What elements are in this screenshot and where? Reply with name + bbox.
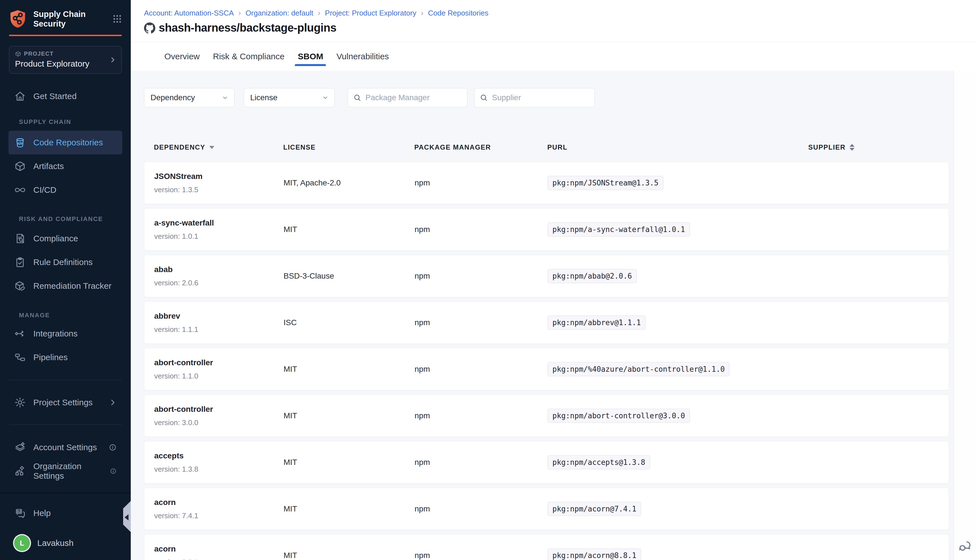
- avatar: L: [14, 535, 30, 551]
- cell-package-manager: npm: [415, 365, 547, 374]
- breadcrumb-account[interactable]: Account: Automation-SSCA: [144, 9, 234, 18]
- sidebar-item-label: Compliance: [33, 234, 78, 243]
- cell-purl: pkg:npm/acorn@8.8.1: [547, 548, 809, 560]
- sidebar-item-cicd[interactable]: CI/CD: [8, 178, 122, 202]
- sidebar-item-help[interactable]: ? Help: [8, 501, 122, 525]
- column-header-supplier[interactable]: SUPPLIER: [808, 143, 949, 151]
- license-filter-dropdown[interactable]: License: [244, 88, 335, 107]
- table-row[interactable]: accepts version: 1.3.8 MIT npm pkg:npm/a…: [144, 441, 949, 483]
- search-icon: [353, 93, 362, 102]
- table-row[interactable]: acorn version: 8.8.1 MIT npm pkg:npm/aco…: [144, 534, 949, 560]
- chat-bubbles-icon[interactable]: [958, 540, 971, 553]
- license-filter-label: License: [250, 93, 278, 102]
- sidebar-item-compliance[interactable]: Compliance: [8, 227, 122, 250]
- cell-license: BSD-3-Clause: [284, 272, 415, 280]
- purl-chip: pkg:npm/abbrev@1.1.1: [547, 315, 646, 330]
- tab-overview[interactable]: Overview: [164, 51, 200, 62]
- page-title: shash-harness/backstage-plugins: [159, 22, 336, 34]
- sidebar-item-label: Organization Settings: [33, 462, 102, 481]
- table-row[interactable]: a-sync-waterfall version: 1.0.1 MIT npm …: [144, 208, 949, 251]
- main-area: Account: Automation-SSCA › Organization:…: [131, 0, 976, 560]
- tab-risk-compliance[interactable]: Risk & Compliance: [213, 51, 284, 62]
- breadcrumb-project[interactable]: Project: Product Exploratory: [325, 9, 417, 18]
- cell-dependency: acorn version: 7.4.1: [154, 498, 284, 520]
- cell-license: MIT: [284, 411, 415, 420]
- cell-package-manager: npm: [415, 318, 547, 327]
- sidebar-item-remediation-tracker[interactable]: Remediation Tracker: [8, 274, 122, 298]
- cell-dependency: abab version: 2.0.6: [154, 265, 284, 287]
- table-row[interactable]: abort-controller version: 1.1.0 MIT npm …: [144, 348, 949, 390]
- cell-dependency: acorn version: 8.8.1: [154, 545, 284, 560]
- org-gear-icon: [14, 465, 26, 477]
- cell-purl: pkg:npm/abort-controller@3.0.0: [547, 409, 809, 423]
- tab-vulnerabilities[interactable]: Vulnerabilities: [336, 51, 389, 62]
- purl-chip: pkg:npm/abort-controller@3.0.0: [547, 409, 690, 423]
- breadcrumb-separator: ›: [239, 8, 241, 18]
- sidebar-item-project-settings[interactable]: Project Settings: [8, 391, 122, 414]
- cell-package-manager: npm: [415, 504, 547, 513]
- package-manager-input[interactable]: [365, 93, 462, 102]
- sidebar-item-label: Project Settings: [33, 398, 93, 407]
- sidebar-item-account-settings[interactable]: Account Settings: [8, 435, 122, 459]
- user-menu[interactable]: L Lavakush: [8, 531, 122, 555]
- purl-chip: pkg:npm/acorn@7.4.1: [547, 502, 641, 516]
- chevron-down-icon: [322, 94, 329, 101]
- table-row[interactable]: abort-controller version: 3.0.0 MIT npm …: [144, 395, 949, 437]
- project-selector[interactable]: PROJECT Product Exploratory: [9, 46, 122, 74]
- breadcrumb-code-repositories[interactable]: Code Repositories: [428, 9, 489, 18]
- breadcrumb-organization[interactable]: Organization: default: [245, 9, 313, 18]
- search-icon: [479, 93, 488, 102]
- code-repository-icon: [14, 137, 26, 148]
- project-label: PROJECT: [24, 50, 53, 57]
- cell-package-manager: npm: [415, 178, 547, 187]
- user-name: Lavakush: [37, 538, 73, 548]
- sidebar-item-integrations[interactable]: Integrations: [8, 322, 122, 345]
- cell-package-manager: npm: [415, 551, 547, 560]
- sidebar-item-label: Integrations: [33, 329, 78, 338]
- accent-bar: [9, 35, 122, 36]
- sidebar-item-label: Rule Definitions: [33, 257, 93, 267]
- tab-sbom[interactable]: SBOM: [298, 51, 323, 62]
- app-logo-row: Supply Chain Security: [9, 9, 122, 28]
- chevron-right-icon: [109, 398, 117, 407]
- info-icon[interactable]: [110, 467, 117, 475]
- cell-dependency: abort-controller version: 1.1.0: [154, 358, 284, 380]
- column-header-dependency[interactable]: DEPENDENCY: [154, 143, 283, 151]
- section-supply-chain: SUPPLY CHAIN: [19, 119, 131, 125]
- sidebar-item-get-started[interactable]: Get Started: [8, 84, 122, 108]
- table-row[interactable]: JSONStream version: 1.3.5 MIT, Apache-2.…: [144, 162, 949, 204]
- table-row[interactable]: abbrev version: 1.1.1 ISC npm pkg:npm/ab…: [144, 302, 949, 344]
- sidebar-item-code-repositories[interactable]: Code Repositories: [8, 131, 122, 154]
- right-utility-strip: [954, 71, 976, 560]
- purl-chip: pkg:npm/acorn@8.8.1: [547, 548, 641, 560]
- page-header: Account: Automation-SSCA › Organization:…: [131, 0, 976, 34]
- cell-license: MIT: [284, 551, 415, 560]
- gear-icon: [14, 397, 26, 408]
- layers-gear-icon: [14, 442, 26, 453]
- cell-license: MIT: [284, 225, 415, 234]
- cell-license: MIT: [284, 504, 415, 513]
- dependency-filter-dropdown[interactable]: Dependency: [144, 88, 234, 107]
- app-switcher-grid-icon[interactable]: [112, 14, 122, 24]
- sidebar-item-organization-settings[interactable]: Organization Settings: [8, 459, 122, 483]
- sidebar-bottom: ? Help L Lavakush: [0, 493, 131, 560]
- purl-chip: pkg:npm/accepts@1.3.8: [547, 455, 650, 469]
- table-row[interactable]: abab version: 2.0.6 BSD-3-Clause npm pkg…: [144, 255, 949, 297]
- shield-logo-icon: [9, 9, 27, 28]
- dependency-filter-label: Dependency: [150, 93, 195, 102]
- sidebar-item-label: Help: [33, 508, 51, 518]
- infinity-icon: [14, 184, 26, 196]
- column-header-license: LICENSE: [283, 143, 414, 151]
- table-row[interactable]: acorn version: 7.4.1 MIT npm pkg:npm/aco…: [144, 488, 949, 530]
- sidebar-item-rule-definitions[interactable]: Rule Definitions: [8, 250, 122, 274]
- sort-descending-icon: [209, 146, 214, 149]
- sidebar-item-label: Get Started: [33, 92, 77, 101]
- table-body: JSONStream version: 1.3.5 MIT, Apache-2.…: [144, 162, 976, 560]
- supplier-input[interactable]: [492, 93, 589, 102]
- info-icon[interactable]: [109, 443, 117, 451]
- purl-chip: pkg:npm/a-sync-waterfall@1.0.1: [547, 222, 690, 237]
- section-risk-and-compliance: RISK AND COMPLIANCE: [19, 216, 131, 222]
- sidebar-item-pipelines[interactable]: Pipelines: [8, 345, 122, 369]
- project-box-icon: [15, 51, 21, 57]
- sidebar-item-artifacts[interactable]: Artifacts: [8, 154, 122, 178]
